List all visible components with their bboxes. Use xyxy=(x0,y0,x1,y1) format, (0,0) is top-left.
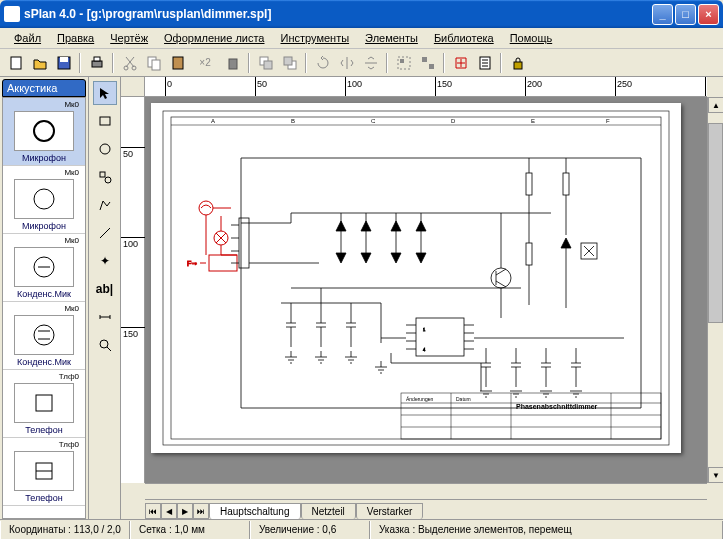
library-item[interactable]: Тлф0Телефон xyxy=(3,370,85,438)
tab-next-button[interactable]: ▶ xyxy=(177,503,193,519)
svg-rect-51 xyxy=(526,173,532,195)
library-item-label: Телефон xyxy=(5,493,83,503)
library-item-ref: Мк0 xyxy=(5,236,83,245)
maximize-button[interactable]: □ xyxy=(675,4,696,25)
list-button[interactable] xyxy=(473,52,496,74)
circle-tool[interactable] xyxy=(93,137,117,161)
menu-tools[interactable]: Инструменты xyxy=(273,30,358,46)
front-button[interactable] xyxy=(254,52,277,74)
delete-button[interactable] xyxy=(221,52,244,74)
ruler-corner xyxy=(121,77,145,97)
menu-file[interactable]: Файл xyxy=(6,30,49,46)
svg-point-21 xyxy=(34,121,54,141)
svg-text:A: A xyxy=(211,118,215,124)
library-item-symbol xyxy=(14,451,74,491)
svg-point-35 xyxy=(100,340,108,348)
paste-button[interactable] xyxy=(166,52,189,74)
tab-prev-button[interactable]: ◀ xyxy=(161,503,177,519)
toolbar: ×2 xyxy=(0,49,723,77)
scrollbar-horizontal[interactable] xyxy=(145,483,707,499)
cut-button[interactable] xyxy=(118,52,141,74)
svg-rect-17 xyxy=(422,57,427,62)
special-tool[interactable] xyxy=(93,165,117,189)
canvas-viewport[interactable]: ABCDEF F→ xyxy=(145,97,707,483)
tool-palette: ✦ ab| xyxy=(89,77,121,519)
svg-text:Datum: Datum xyxy=(456,396,471,402)
menu-sheet-layout[interactable]: Оформление листа xyxy=(156,30,272,46)
menu-elements[interactable]: Элементы xyxy=(357,30,426,46)
flip-v-button[interactable] xyxy=(359,52,382,74)
titleblock-title: Phasenabschnittdimmer xyxy=(516,403,598,410)
ruler-horizontal: 050100150200250300 xyxy=(145,77,707,97)
tab-first-button[interactable]: ⏮ xyxy=(145,503,161,519)
minimize-button[interactable]: _ xyxy=(652,4,673,25)
page-tab-1[interactable]: Hauptschaltung xyxy=(209,503,301,519)
status-grid: Сетка : 1,0 мм xyxy=(130,521,250,539)
library-item-ref: Мк0 xyxy=(5,100,83,109)
library-item[interactable]: Мк0Микрофон xyxy=(3,166,85,234)
library-item-ref: Мк0 xyxy=(5,168,83,177)
line-tool[interactable] xyxy=(93,221,117,245)
library-category-tab[interactable]: Аккустика xyxy=(2,79,86,97)
print-button[interactable] xyxy=(85,52,108,74)
polygon-tool[interactable] xyxy=(93,193,117,217)
svg-text:D: D xyxy=(451,118,456,124)
flip-h-button[interactable] xyxy=(335,52,358,74)
ruler-vertical: 50100150 xyxy=(121,97,145,483)
save-button[interactable] xyxy=(52,52,75,74)
menu-drawing[interactable]: Чертёж xyxy=(102,30,156,46)
canvas-area: 050100150200250300 50100150 ABCDEF F→ xyxy=(121,77,723,519)
duplicate-button[interactable]: ×2 xyxy=(190,52,220,74)
svg-rect-36 xyxy=(163,111,669,445)
app-icon xyxy=(4,6,20,22)
svg-point-22 xyxy=(34,189,54,209)
zoom-tool[interactable] xyxy=(93,333,117,357)
new-button[interactable] xyxy=(4,52,27,74)
back-button[interactable] xyxy=(278,52,301,74)
lock-button[interactable] xyxy=(506,52,529,74)
dimension-tool[interactable] xyxy=(93,305,117,329)
status-coords: Координаты : 113,0 / 2,0 xyxy=(0,521,130,539)
svg-rect-58 xyxy=(401,393,661,439)
tab-last-button[interactable]: ⏭ xyxy=(193,503,209,519)
library-item-label: Телефон xyxy=(5,425,83,435)
page-tab-3[interactable]: Verstarker xyxy=(356,503,424,519)
library-item-ref: Тлф0 xyxy=(5,440,83,449)
svg-rect-10 xyxy=(229,59,237,69)
text-tool[interactable]: ab| xyxy=(93,277,117,301)
menu-edit[interactable]: Правка xyxy=(49,30,102,46)
svg-rect-16 xyxy=(400,59,404,63)
library-item-symbol xyxy=(14,179,74,219)
titlebar: sPlan 4.0 - [g:\program\rusplan\dimmer.s… xyxy=(0,0,723,28)
node-tool[interactable]: ✦ xyxy=(93,249,117,273)
copy-button[interactable] xyxy=(142,52,165,74)
group-button[interactable] xyxy=(392,52,415,74)
ungroup-button[interactable] xyxy=(416,52,439,74)
rotate-button[interactable] xyxy=(311,52,334,74)
snap-button[interactable] xyxy=(449,52,472,74)
library-item[interactable]: Тлф0Телефон xyxy=(3,438,85,506)
menu-help[interactable]: Помощь xyxy=(502,30,561,46)
scroll-down-button[interactable]: ▼ xyxy=(708,467,723,483)
close-button[interactable]: × xyxy=(698,4,719,25)
drawing-page[interactable]: ABCDEF F→ xyxy=(151,103,681,453)
page-tab-2[interactable]: Netzteil xyxy=(301,503,356,519)
rectangle-tool[interactable] xyxy=(93,109,117,133)
library-item-symbol xyxy=(14,315,74,355)
svg-rect-37 xyxy=(171,117,661,439)
scroll-up-button[interactable]: ▲ xyxy=(708,97,723,113)
svg-text:C: C xyxy=(371,118,376,124)
library-item[interactable]: Мк0Микрофон xyxy=(3,98,85,166)
select-tool[interactable] xyxy=(93,81,117,105)
open-button[interactable] xyxy=(28,52,51,74)
svg-rect-12 xyxy=(264,61,272,69)
svg-rect-49 xyxy=(239,218,249,268)
library-item[interactable]: Мк0Конденс.Мик xyxy=(3,234,85,302)
library-item[interactable]: Мк0Конденс.Мик xyxy=(3,302,85,370)
svg-rect-9 xyxy=(173,57,183,69)
scroll-thumb-v[interactable] xyxy=(708,123,723,323)
page-tabs: ⏮ ◀ ▶ ⏭ Hauptschaltung Netzteil Verstark… xyxy=(145,499,707,519)
menu-library[interactable]: Библиотека xyxy=(426,30,502,46)
scrollbar-vertical[interactable]: ▲ ▼ xyxy=(707,97,723,483)
library-item-label: Конденс.Мик xyxy=(5,289,83,299)
